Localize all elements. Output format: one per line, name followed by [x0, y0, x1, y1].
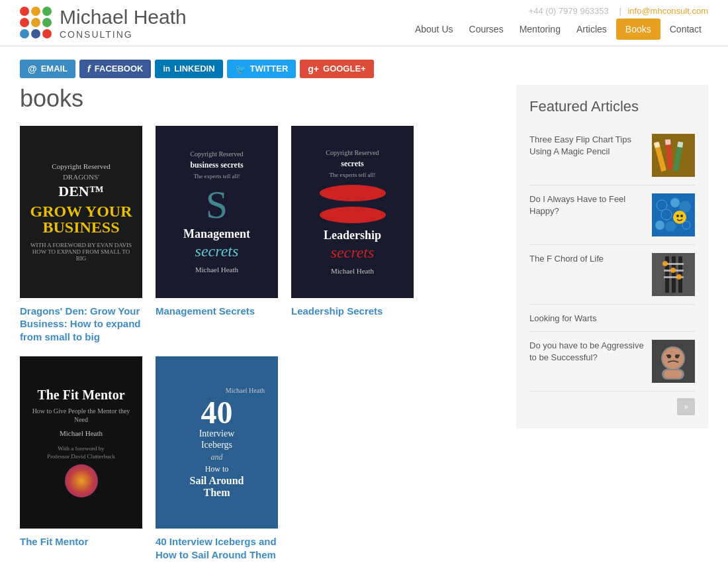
- book-cover-fitmentor: The Fit Mentor How to Give People the Me…: [20, 356, 142, 529]
- email-label: EMAIL: [41, 64, 68, 74]
- svg-rect-34: [664, 370, 682, 378]
- article-item-happy: Do I Always Have to Feel Happy?: [529, 185, 695, 245]
- book-item-fitmentor: The Fit Mentor How to Give People the Me…: [20, 356, 142, 561]
- article-text-aggressive: Do you have to be Aggressive to be Succe…: [529, 340, 645, 364]
- int-number: 40: [201, 397, 233, 429]
- logo-name: Michael Heath: [60, 5, 187, 29]
- fit-subtitle: How to Give People the Mentor they Need: [30, 407, 132, 424]
- article-thumb-flipchart: [652, 134, 695, 177]
- book-cover-dragons: Copyright Reserved DRAGONS' DEN™ GROW YO…: [20, 126, 142, 298]
- svg-point-27: [676, 274, 682, 280]
- dot-1: [20, 7, 29, 16]
- header-right: +44 (0) 7979 963353 | info@mhconsult.com…: [408, 6, 708, 40]
- books-grid: Copyright Reserved DRAGONS' DEN™ GROW YO…: [20, 126, 503, 562]
- book-title-management[interactable]: Management Secrets: [156, 305, 278, 318]
- mgmt-copyright: Copyright Reserved: [190, 150, 243, 158]
- googleplus-button[interactable]: g+ GOOGLE+: [300, 60, 373, 78]
- email-icon: @: [28, 64, 37, 74]
- article-link-happy[interactable]: Do I Always Have to Feel Happy?: [529, 194, 625, 216]
- main-nav: About Us Courses Mentoring Articles Book…: [408, 19, 708, 40]
- mgmt-title: Management: [183, 227, 250, 241]
- article-item-flipchart: Three Easy Flip Chart Tips Using A Magic…: [529, 126, 695, 185]
- featured-articles-panel: Featured Articles Three Easy Flip Chart …: [516, 85, 708, 429]
- nav-arrows: »: [529, 398, 695, 415]
- svg-point-17: [682, 221, 690, 229]
- logo-area: Michael Heath CONSULTING: [20, 5, 187, 40]
- nav-books[interactable]: Books: [616, 19, 660, 40]
- mgmt-s-shape: S: [206, 185, 228, 225]
- lead-oval-top: [320, 185, 386, 201]
- facebook-button[interactable]: f FACEBOOK: [79, 60, 151, 78]
- svg-point-8: [657, 200, 667, 211]
- twitter-button[interactable]: 🐦 TWITTER: [227, 60, 296, 78]
- book-cover-management: Copyright Reserved business secrets The …: [156, 126, 278, 298]
- email-link[interactable]: info@mhconsult.com: [627, 6, 708, 16]
- nav-contact[interactable]: Contact: [663, 20, 708, 38]
- email-button[interactable]: @ EMAIL: [20, 60, 75, 78]
- fit-title: The Fit Mentor: [37, 387, 124, 403]
- book-title-fitmentor[interactable]: The Fit Mentor: [20, 535, 142, 548]
- book-title-interview[interactable]: 40 Interview Icebergs and How to Sail Ar…: [156, 535, 278, 561]
- article-thumb-happy: [652, 193, 695, 236]
- mgmt-subtext: The experts tell all!: [193, 173, 240, 179]
- int-sail: Sail AroundThem: [190, 475, 244, 499]
- svg-rect-5: [665, 139, 671, 145]
- site-header: Michael Heath CONSULTING +44 (0) 7979 96…: [0, 0, 728, 46]
- logo-text: Michael Heath CONSULTING: [60, 5, 187, 40]
- facebook-icon: f: [87, 64, 91, 74]
- phone-number: +44 (0) 7979 963353: [529, 6, 609, 16]
- mgmt-author: Michael Heath: [195, 266, 238, 274]
- nav-courses[interactable]: Courses: [463, 20, 510, 38]
- dot-3: [42, 7, 52, 16]
- linkedin-icon: in: [163, 64, 170, 74]
- article-link-chord[interactable]: The F Chord of Life: [529, 254, 604, 264]
- svg-point-15: [655, 221, 664, 230]
- svg-point-14: [680, 215, 683, 217]
- int-how: How to: [205, 464, 229, 475]
- lead-author: Michael Heath: [331, 267, 374, 275]
- nav-articles[interactable]: Articles: [570, 20, 614, 38]
- book-title-leadership[interactable]: Leadership Secrets: [291, 305, 414, 318]
- svg-rect-20: [672, 256, 676, 293]
- dot-8: [31, 29, 40, 38]
- dragons-main-title: DEN™: [58, 183, 103, 199]
- facebook-label: FACEBOOK: [95, 64, 144, 74]
- nav-about-us[interactable]: About Us: [408, 20, 460, 38]
- svg-point-9: [670, 198, 680, 207]
- next-articles-button[interactable]: »: [677, 398, 695, 415]
- dragons-subtitle: DRAGONS': [63, 173, 99, 181]
- article-link-warts[interactable]: Looking for Warts: [529, 313, 596, 323]
- lead-subtext: The experts tell all!: [329, 172, 375, 178]
- lead-title: Leadership: [324, 229, 381, 242]
- fit-circle: [65, 464, 98, 497]
- book-title-dragons[interactable]: Dragons' Den: Grow Your Business: How to…: [20, 305, 142, 344]
- dot-6: [42, 18, 52, 27]
- contact-info: +44 (0) 7979 963353 | info@mhconsult.com: [525, 6, 708, 16]
- twitter-label: TWITTER: [250, 64, 289, 74]
- dot-4: [20, 18, 29, 27]
- int-author: Michael Heath: [165, 387, 268, 394]
- book-item-leadership: Copyright Reserved secrets The experts t…: [291, 126, 414, 344]
- content-area: books Copyright Reserved DRAGONS' DEN™ G…: [20, 85, 516, 562]
- chord-svg: [652, 253, 695, 296]
- nav-mentoring[interactable]: Mentoring: [513, 20, 567, 38]
- aggressive-svg: [652, 340, 695, 383]
- main-content: books Copyright Reserved DRAGONS' DEN™ G…: [0, 85, 728, 563]
- article-link-aggressive[interactable]: Do you have to be Aggressive to be Succe…: [529, 340, 644, 362]
- article-thumb-aggressive: [652, 340, 695, 383]
- dot-7: [20, 29, 29, 38]
- linkedin-button[interactable]: in LINKEDIN: [155, 60, 222, 78]
- dot-9: [42, 29, 52, 38]
- svg-point-26: [670, 268, 676, 273]
- article-link-flipchart[interactable]: Three Easy Flip Chart Tips Using A Magic…: [529, 134, 631, 156]
- googleplus-label: GOOGLE+: [323, 64, 366, 74]
- pencils-svg: [652, 134, 695, 177]
- dragons-copyright: Copyright Reserved: [52, 162, 110, 170]
- lead-secret: secrets: [331, 244, 375, 262]
- mgmt-brand: business secrets: [190, 160, 243, 170]
- book-cover-interview: Michael Heath 40 InterviewIcebergs and H…: [156, 356, 278, 529]
- lead-brand: secrets: [341, 159, 363, 169]
- book-item-dragons: Copyright Reserved DRAGONS' DEN™ GROW YO…: [20, 126, 142, 344]
- featured-title: Featured Articles: [529, 98, 695, 115]
- article-text-flipchart: Three Easy Flip Chart Tips Using A Magic…: [529, 134, 645, 158]
